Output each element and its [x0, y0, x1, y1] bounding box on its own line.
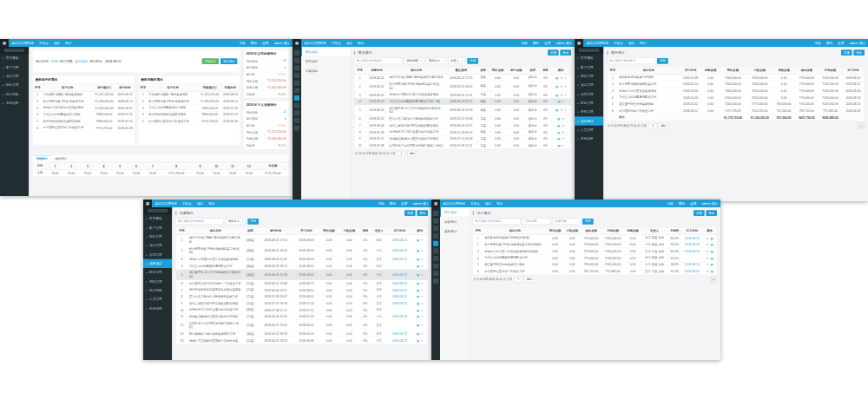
- brand-logo-icon[interactable]: ▦: [293, 39, 301, 47]
- brand-logo-icon[interactable]: ▦: [0, 39, 9, 47]
- date-input[interactable]: 结束日期: [553, 219, 581, 225]
- table-row[interactable]: 4飞云江花苑别墅装饰设计项目¥980,500.002018-07-26: [33, 111, 135, 118]
- navbar-menu-item[interactable]: admin·退出: [846, 39, 868, 47]
- navbar-menu-item[interactable]: 工作台: [468, 200, 483, 207]
- table-row[interactable]: 5中海国际社区商铺门头改造工程¥155,735.002018-06-30: [138, 118, 240, 125]
- view-icon[interactable]: ▤: [417, 315, 419, 318]
- sidebar-item[interactable]: ▸合同管理: [143, 250, 172, 258]
- view-icon[interactable]: ▤: [417, 258, 419, 261]
- table-row[interactable]: 3绿地中心办公区改造装修项目2018-03-060.00¥200,000.00¥…: [607, 88, 864, 95]
- table-row[interactable]: 7保利天悦售楼处软装陈设采购及安装项目[工装]2018-08-06 14:212…: [175, 286, 427, 293]
- del-icon[interactable]: ×: [564, 75, 566, 79]
- table-row[interactable]: 金额¥0.00¥0.00¥0.00¥0.00¥0.00¥0.00¥0.00¥17…: [33, 169, 289, 176]
- secondary-menu-item[interactable]: 住宅项目: [301, 56, 351, 66]
- table-row[interactable]: 5滨江壹号院室内精装修设计项目0.000.00¥30,000.00¥100,00…: [473, 261, 717, 268]
- brand-logo-icon[interactable]: ▦: [575, 39, 583, 47]
- edit-icon[interactable]: ✎: [706, 249, 708, 252]
- edit-icon[interactable]: ✎: [560, 84, 562, 88]
- navbar-menu-item[interactable]: 统计: [355, 39, 366, 47]
- filter-select[interactable]: 负责人▾: [448, 58, 465, 64]
- navbar-menu-item[interactable]: 帮助: [387, 200, 398, 207]
- rail-menu-icon[interactable]: [294, 88, 299, 93]
- navbar-menu-item[interactable]: 帮助: [824, 39, 835, 47]
- navbar-menu-item[interactable]: 统计: [637, 39, 648, 47]
- rail-menu-icon[interactable]: [433, 226, 438, 231]
- sidebar-search[interactable]: [148, 209, 168, 213]
- sidebar-item[interactable]: ▸在建项目: [143, 259, 172, 268]
- edit-icon[interactable]: ✎: [560, 108, 562, 112]
- go-page-button[interactable]: 确定: [659, 123, 669, 128]
- navbar-menu-item[interactable]: admin·退出: [553, 39, 575, 47]
- del-icon[interactable]: ×: [421, 258, 423, 261]
- sidebar-item[interactable]: ▸客户管理: [575, 62, 603, 71]
- sidebar-item[interactable]: ▸客户管理: [143, 223, 172, 232]
- export-report-button[interactable]: 导出报表: [220, 58, 237, 64]
- del-icon[interactable]: ×: [421, 288, 423, 291]
- filter-select[interactable]: 项目状态▾: [426, 58, 446, 64]
- view-icon[interactable]: ▤: [557, 100, 560, 103]
- table-row[interactable]: 2恒大翡翠华庭 3号楼 样板房工程¥1,180,000.002018-08-12: [138, 98, 240, 105]
- del-icon[interactable]: ×: [421, 272, 423, 276]
- table-row[interactable]: 6中海国际商铺门头改造工程2018-06-120.00¥175,735.00¥1…: [607, 108, 864, 114]
- brand-logo-icon[interactable]: ▦: [143, 200, 152, 207]
- table-row[interactable]: 14绿城桂语江南展示区园林小品制作安装[工装]2018-06-02 13:542…: [175, 337, 427, 344]
- sidebar-item[interactable]: ▸统计报表: [0, 89, 29, 98]
- sidebar-search[interactable]: [579, 49, 599, 52]
- edit-icon[interactable]: ✎: [562, 117, 564, 121]
- sidebar-item[interactable]: ▸财务管理: [143, 268, 172, 277]
- edit-icon[interactable]: ✎: [706, 269, 708, 272]
- view-icon[interactable]: ▤: [710, 269, 713, 272]
- search-input[interactable]: 输入项目名称关键字: [175, 219, 223, 225]
- view-icon[interactable]: ▤: [557, 143, 560, 147]
- del-icon[interactable]: ×: [564, 93, 566, 96]
- view-icon[interactable]: ▤: [417, 324, 419, 327]
- sidebar-item[interactable]: ▸财务管理: [575, 99, 603, 108]
- sidebar-item[interactable]: ▸人员管理: [575, 126, 603, 134]
- export-button[interactable]: 导出: [560, 49, 571, 56]
- rail-menu-icon[interactable]: [294, 58, 299, 63]
- del-icon[interactable]: ×: [421, 281, 423, 285]
- table-row[interactable]: 102018-07-08金茂府地下车库环氧地坪施工项目(二标段)2018-07-…: [354, 142, 571, 149]
- navbar-menu-item[interactable]: 项目云管理系统: [9, 39, 36, 47]
- rail-menu-icon[interactable]: [433, 233, 438, 239]
- sidebar-item[interactable]: ▸首页看板: [575, 54, 603, 62]
- table-row[interactable]: 10华润悦府 8-1-902 全屋定制与安装工程[家装]2018-07-08 1…: [175, 306, 427, 313]
- table-row[interactable]: 4飞云江花苑别墅庭院景观配套工程0.000.00¥70,000.00¥130,0…: [473, 254, 717, 261]
- del-icon[interactable]: ×: [421, 332, 423, 336]
- filter-year-value[interactable]: 2018: [51, 60, 58, 63]
- navbar-menu-item[interactable]: 项目: [194, 200, 206, 207]
- brand-logo-icon[interactable]: ▦: [431, 200, 440, 207]
- search-input[interactable]: 输入项目名称关键字: [354, 58, 402, 64]
- view-icon[interactable]: ▤: [417, 281, 419, 285]
- table-row[interactable]: 13阳光城檀悦 5 幢大堂精装修提升工程[家装]2018-06-12 09:26…: [175, 330, 427, 337]
- export-button[interactable]: 导出: [853, 49, 865, 56]
- sidebar-item[interactable]: ▸财务管理: [0, 81, 29, 89]
- sidebar-item[interactable]: ▸报价管理: [575, 72, 603, 81]
- rail-menu-icon[interactable]: [433, 271, 438, 276]
- view-icon[interactable]: ▤: [417, 264, 419, 267]
- rail-menu-icon[interactable]: [433, 241, 438, 246]
- view-icon[interactable]: ▤: [710, 249, 713, 252]
- view-icon[interactable]: ▤: [556, 84, 558, 88]
- navbar-menu-item[interactable]: 项目云管理系统: [301, 39, 329, 47]
- table-row[interactable]: 3绿地中心28层办公区二次改造装修项目[工装]2018-08-20 11:422…: [175, 256, 427, 263]
- del-icon[interactable]: ×: [421, 238, 423, 241]
- navbar-menu-item[interactable]: 项目: [344, 39, 355, 47]
- table-row[interactable]: 4保利天悦售楼处软装陈设项目¥860,000.002018-07-15: [138, 111, 240, 118]
- view-icon[interactable]: ▤: [557, 123, 560, 127]
- del-icon[interactable]: ×: [421, 301, 423, 304]
- view-icon[interactable]: ▤: [557, 117, 560, 121]
- del-icon[interactable]: ×: [562, 143, 564, 147]
- navbar-menu-item[interactable]: 帮助: [248, 39, 260, 47]
- rail-menu-icon[interactable]: [294, 103, 299, 108]
- sidebar-search[interactable]: [4, 49, 24, 52]
- view-icon[interactable]: ▤: [556, 75, 558, 79]
- secondary-menu-item[interactable]: 成本统计: [440, 226, 469, 236]
- page-input[interactable]: 1: [514, 277, 522, 282]
- sidebar-item[interactable]: ▸材料管理: [575, 108, 603, 116]
- navbar-menu-item[interactable]: 消息: [812, 39, 823, 47]
- navbar-menu-item[interactable]: 全屏: [398, 200, 410, 207]
- navbar-menu-item[interactable]: admin·退出: [271, 39, 293, 47]
- edit-icon[interactable]: ✎: [706, 263, 708, 266]
- del-icon[interactable]: ×: [562, 100, 564, 103]
